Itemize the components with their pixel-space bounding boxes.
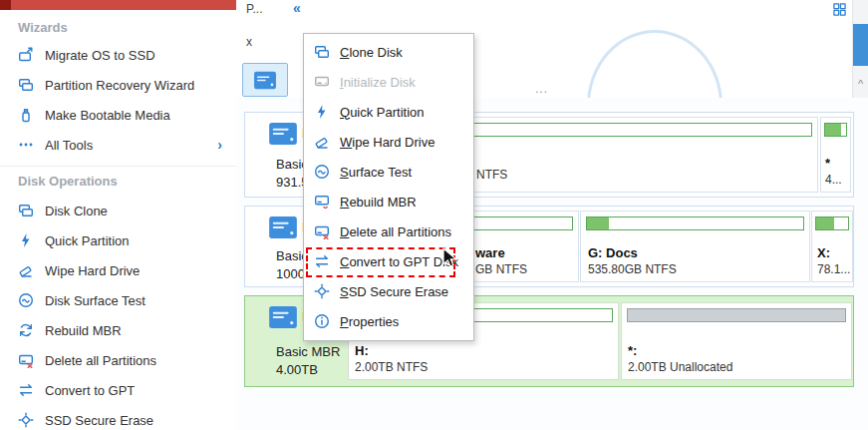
disk-icon	[268, 305, 298, 329]
menu-item-label: Rebuild MBR	[340, 195, 417, 210]
convert-gpt-icon	[314, 253, 330, 269]
sidebar-item-migrate-os[interactable]: Migrate OS to SSD	[0, 40, 236, 70]
sidebar-item-partition-recovery[interactable]: Partition Recovery Wizard	[0, 70, 236, 100]
info-icon	[314, 313, 330, 329]
sidebar-item-quick-partition[interactable]: Quick Partition	[0, 225, 236, 255]
chevron-right-icon: ›	[217, 137, 222, 153]
surface-test-icon	[18, 292, 34, 308]
sidebar-item-label: Delete all Partitions	[45, 353, 156, 368]
sidebar: Wizards Migrate OS to SSD Partition Reco…	[0, 10, 237, 430]
rebuild-mbr-icon	[18, 322, 34, 338]
menu-item-delete-all-partitions[interactable]: Delete all Partitions	[304, 216, 473, 246]
menu-item-convert-to-gpt-disk[interactable]: Convert to GPT Disk	[304, 246, 473, 276]
sidebar-item-wipe-hard-drive[interactable]: Wipe Hard Drive	[0, 255, 236, 285]
sidebar-item-delete-all-partitions[interactable]: Delete all Partitions	[0, 345, 236, 375]
initialize-disk-icon	[314, 74, 330, 90]
partition-block[interactable]: G: Docs 535.80GB NTFS	[580, 211, 810, 282]
sidebar-item-rebuild-mbr[interactable]: Rebuild MBR	[0, 315, 236, 345]
capacity-bar	[824, 123, 847, 137]
partition-size: NTFS	[476, 168, 507, 182]
disk-icon	[268, 122, 298, 146]
scrollbar-thumb[interactable]	[853, 24, 868, 66]
partition-name: ware	[475, 245, 505, 260]
menu-item-wipe-hard-drive[interactable]: Wipe Hard Drive	[304, 127, 473, 157]
menu-item-properties[interactable]: Properties	[304, 306, 473, 336]
sidebar-item-ssd-secure-erase[interactable]: SSD Secure Erase	[0, 405, 236, 430]
menu-item-label: SSD Secure Erase	[340, 284, 448, 299]
sidebar-item-make-bootable-media[interactable]: Make Bootable Media	[0, 100, 236, 130]
truncated-ellipsis: ...	[535, 82, 548, 96]
partition-size: 2.00TB Unallocated	[628, 360, 732, 374]
grid-view-icon[interactable]	[833, 3, 846, 19]
partition-name: G: Docs	[588, 245, 638, 260]
capacity-bar	[586, 216, 804, 230]
ssd-erase-icon	[18, 412, 34, 428]
partition-size: 4...	[825, 173, 842, 187]
delete-partitions-icon	[314, 223, 330, 239]
menu-item-label: Surface Test	[340, 165, 412, 180]
partition-recovery-icon	[18, 77, 34, 93]
menu-item-label: Quick Partition	[340, 105, 425, 120]
partition-block[interactable]: * 4...	[820, 117, 851, 193]
wipe-drive-icon	[314, 134, 330, 150]
surface-test-icon	[314, 164, 330, 180]
menu-item-quick-partition[interactable]: Quick Partition	[304, 97, 473, 127]
capacity-bar	[815, 216, 849, 230]
sidebar-item-convert-to-gpt[interactable]: Convert to GPT	[0, 375, 236, 405]
partition-block[interactable]: *: 2.00TB Unallocated	[621, 302, 852, 380]
pie-chart-partial	[587, 30, 723, 99]
partition-size: 535.80GB NTFS	[588, 262, 677, 276]
menu-item-initialize-disk: Initialize Disk	[304, 67, 473, 97]
all-tools-icon	[18, 137, 34, 153]
sidebar-item-label: Convert to GPT	[45, 383, 135, 398]
menu-item-label: Clone Disk	[340, 45, 403, 60]
partition-size: GB NTFS	[475, 262, 527, 276]
sidebar-item-all-tools[interactable]: All Tools ›	[0, 130, 236, 160]
menu-item-label: Wipe Hard Drive	[340, 135, 434, 150]
panel-title-truncated: P...	[246, 2, 262, 16]
rebuild-mbr-icon	[314, 194, 330, 210]
menu-item-surface-test[interactable]: Surface Test	[304, 157, 473, 187]
sidebar-header-wizards: Wizards	[18, 20, 68, 35]
partition-name: *	[825, 156, 830, 171]
collapse-panel-button[interactable]: «	[293, 0, 301, 16]
titlebar-corner	[0, 0, 11, 10]
partition-size: 78.1...	[817, 262, 850, 276]
menu-item-label: Convert to GPT Disk	[340, 254, 458, 269]
menu-item-ssd-secure-erase[interactable]: SSD Secure Erase	[304, 276, 473, 306]
menu-item-rebuild-mbr[interactable]: Rebuild MBR	[304, 187, 473, 216]
partition-name: *:	[628, 343, 637, 358]
disk-icon	[268, 215, 298, 239]
sidebar-item-label: Make Bootable Media	[45, 108, 170, 123]
partition-name: X:	[817, 245, 830, 260]
sidebar-item-label: Partition Recovery Wizard	[45, 78, 194, 93]
migrate-os-icon	[18, 47, 34, 63]
disk-icon	[253, 71, 277, 90]
partition-block[interactable]: X: 78.1...	[811, 211, 853, 282]
scroll-up-icon[interactable]: ^	[853, 78, 868, 90]
sidebar-item-label: Migrate OS to SSD	[45, 48, 155, 63]
disk-view-button[interactable]	[242, 63, 288, 97]
partition-size: 2.00TB NTFS	[355, 360, 428, 374]
menu-item-clone-disk[interactable]: Clone Disk	[304, 37, 473, 67]
disk-size: 4.00TB	[276, 362, 318, 377]
sidebar-item-label: Wipe Hard Drive	[45, 263, 140, 278]
sidebar-divider	[0, 166, 236, 167]
capacity-bar-fill	[587, 217, 609, 229]
capacity-bar-fill	[825, 124, 841, 136]
sidebar-item-label: SSD Secure Erase	[45, 413, 153, 428]
panel-list-item[interactable]: x	[246, 35, 252, 49]
sidebar-item-disk-surface-test[interactable]: Disk Surface Test	[0, 285, 236, 315]
sidebar-item-label: Disk Clone	[45, 204, 108, 218]
capacity-bar-unallocated	[627, 308, 846, 322]
clone-disk-icon	[314, 44, 330, 60]
ssd-erase-icon	[314, 283, 330, 299]
context-menu: Clone Disk Initialize Disk Quick Partiti…	[303, 33, 474, 341]
disk-clone-icon	[18, 203, 34, 218]
sidebar-item-disk-clone[interactable]: Disk Clone	[0, 196, 236, 225]
panel-scrollbar[interactable]: ^	[852, 0, 868, 98]
wipe-drive-icon	[18, 262, 34, 278]
lightning-icon	[18, 232, 34, 248]
sidebar-header-disk-operations: Disk Operations	[18, 174, 118, 189]
lightning-icon	[314, 104, 330, 120]
